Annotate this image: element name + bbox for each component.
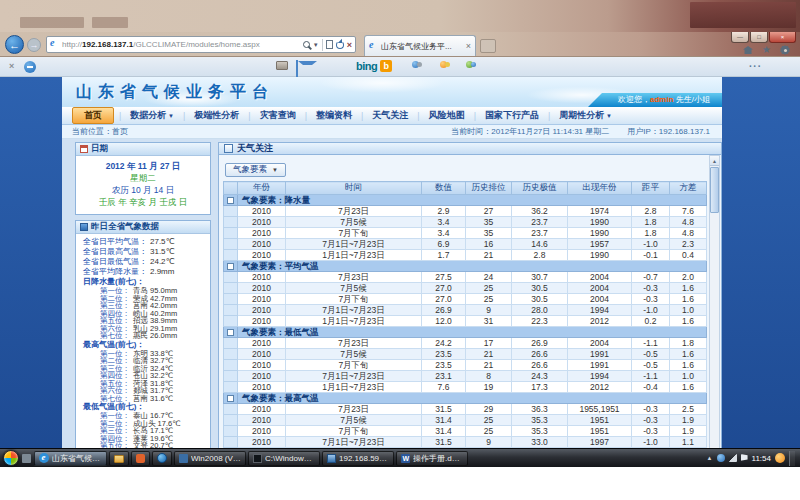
- expand-checkbox[interactable]: [227, 197, 234, 204]
- table-header-cell: 出现年份: [568, 182, 632, 195]
- new-tab-button[interactable]: [480, 39, 496, 53]
- table-cell: 2010: [238, 426, 286, 437]
- wallet-icon[interactable]: [276, 61, 288, 70]
- nav-item-2[interactable]: 数据分析 ▼: [121, 109, 183, 122]
- calendar-panel-header: 日期: [76, 143, 210, 156]
- rank-label: 第七位：: [78, 332, 130, 340]
- table-cell: 2012: [568, 382, 632, 393]
- table-cell: 31.4: [422, 426, 466, 437]
- table-cell: 26.6: [512, 360, 568, 371]
- compatibility-view-icon[interactable]: [326, 40, 333, 49]
- nav-item-4[interactable]: 灾害查询: [251, 109, 305, 122]
- table-cell: 2004: [568, 283, 632, 294]
- remote-icon: [327, 454, 336, 463]
- nav-item-1[interactable]: 首页: [72, 107, 114, 124]
- taskbar: 山东省气候业...Win2008 (VS2...C:\Windows\s...1…: [0, 448, 800, 467]
- taskbar-window-blue[interactable]: Win2008 (VS2...: [174, 451, 246, 466]
- more-icon[interactable]: ···: [749, 61, 762, 72]
- expand-checkbox[interactable]: [227, 329, 234, 336]
- table-cell: 27: [466, 206, 512, 217]
- calendar-line: 星期二: [79, 172, 207, 184]
- browser-tab[interactable]: 山东省气候业务平... ×: [364, 35, 476, 56]
- calendar-body: 2012 年 11 月 27 日星期二农历 10 月 14 日壬辰 年 辛亥 月…: [76, 156, 210, 214]
- table-cell: 1.9: [670, 426, 707, 437]
- taskbar-window-remote[interactable]: 192.168.59.99...: [322, 451, 394, 466]
- taskbar-window-orange[interactable]: [131, 451, 150, 466]
- community-addon-icon[interactable]: [466, 61, 476, 68]
- table-cell: 1.6: [670, 294, 707, 305]
- taskbar-window-word[interactable]: 操作手册.docx ...: [396, 451, 468, 466]
- favorites-star-icon[interactable]: ★: [762, 45, 771, 55]
- row-strip-cell: [224, 437, 238, 448]
- start-button[interactable]: [3, 450, 19, 466]
- welcome-suffix: 先生/小姐: [674, 95, 710, 104]
- effects-addon-icon[interactable]: [440, 61, 450, 68]
- group-expand-cell: [224, 393, 238, 404]
- table-cell: -0.1: [632, 250, 670, 261]
- table-cell: 27.0: [422, 294, 466, 305]
- vertical-scrollbar[interactable]: ▲ ▼: [709, 155, 720, 466]
- nav-item-5[interactable]: 整编资料: [307, 109, 361, 122]
- nav-item-8[interactable]: 国家下行产品: [476, 109, 548, 122]
- back-button[interactable]: ←: [5, 35, 24, 54]
- table-cell: 1.6: [670, 316, 707, 327]
- action-center-flag-icon[interactable]: [741, 454, 748, 462]
- taskbar-window-ie[interactable]: 山东省气候业...: [34, 451, 107, 466]
- address-bar[interactable]: http://192.168.137.1/GLCCLIMATE/modules/…: [46, 36, 356, 53]
- tab-close-icon[interactable]: ×: [466, 42, 471, 50]
- table-cell: 2010: [238, 305, 286, 316]
- quick-launch-icon[interactable]: [22, 454, 31, 463]
- table-cell: 2010: [238, 415, 286, 426]
- tray-orange-icon[interactable]: [775, 453, 785, 463]
- toolbar-close-icon[interactable]: ×: [9, 61, 14, 71]
- page-header: 山东省气候业务平台 欢迎您，admin 先生/小姐: [62, 77, 722, 107]
- element-button-label: 气象要素: [233, 164, 267, 176]
- show-desktop-button[interactable]: [789, 451, 795, 466]
- tray-app-icon[interactable]: [717, 454, 725, 462]
- table-cell: 24: [466, 272, 512, 283]
- nav-item-3[interactable]: 极端性分析: [185, 109, 248, 122]
- bing-logo[interactable]: bing b: [356, 60, 392, 72]
- blocker-icon[interactable]: [24, 61, 36, 73]
- taskbar-window-folder[interactable]: [109, 451, 129, 466]
- stat-row: 全省日平均气温：27.5℃: [78, 237, 208, 247]
- taskbar-clock[interactable]: 11:54: [752, 454, 771, 463]
- forward-button[interactable]: →: [27, 38, 41, 52]
- tools-gear-icon[interactable]: [780, 45, 790, 55]
- expand-checkbox[interactable]: [227, 395, 234, 402]
- maximize-button[interactable]: □: [750, 32, 768, 43]
- table-cell: 2010: [238, 349, 286, 360]
- stop-icon[interactable]: ×: [347, 41, 352, 49]
- taskbar-window-label: 山东省气候业...: [52, 453, 102, 464]
- row-strip-cell: [224, 206, 238, 217]
- minimize-button[interactable]: —: [731, 32, 749, 43]
- taskbar-window-cmd[interactable]: C:\Windows\s...: [248, 451, 320, 466]
- network-icon[interactable]: [729, 454, 737, 462]
- taskbar-window-wmp[interactable]: [152, 451, 172, 466]
- table-cell: 2010: [238, 206, 286, 217]
- home-icon[interactable]: [743, 46, 753, 54]
- table-cell: 25: [466, 415, 512, 426]
- divider: [322, 39, 323, 51]
- refresh-icon[interactable]: [336, 41, 344, 49]
- scroll-up-button[interactable]: ▲: [710, 156, 719, 166]
- nav-item-6[interactable]: 天气关注: [363, 109, 417, 122]
- table-cell: 2010: [238, 283, 286, 294]
- expand-checkbox[interactable]: [227, 263, 234, 270]
- table-cell: 7月5候: [286, 349, 422, 360]
- scroll-thumb[interactable]: [710, 167, 719, 213]
- close-button[interactable]: ×: [769, 32, 796, 43]
- weather-summary-panel: 昨日全省气象数据 全省日平均气温：27.5℃全省日最高气温：31.5℃全省日最低…: [75, 220, 211, 464]
- search-icon[interactable]: [303, 41, 310, 48]
- table-row: 20107月23日2.92736.219742.87.6: [224, 206, 707, 217]
- element-selector-button[interactable]: 气象要素 ▼: [225, 163, 286, 177]
- hidden-icons-arrow[interactable]: ▲: [707, 455, 713, 461]
- table-cell: 7月5候: [286, 217, 422, 228]
- search-dropdown-caret-icon[interactable]: ▼: [313, 42, 319, 48]
- media-addon-icon[interactable]: [412, 61, 422, 68]
- table-cell: 1951: [568, 426, 632, 437]
- table-cell: 27.5: [422, 272, 466, 283]
- nav-item-9[interactable]: 周期性分析 ▼: [550, 109, 621, 122]
- table-cell: 7月1日~7月23日: [286, 305, 422, 316]
- nav-item-7[interactable]: 风险地图: [420, 109, 474, 122]
